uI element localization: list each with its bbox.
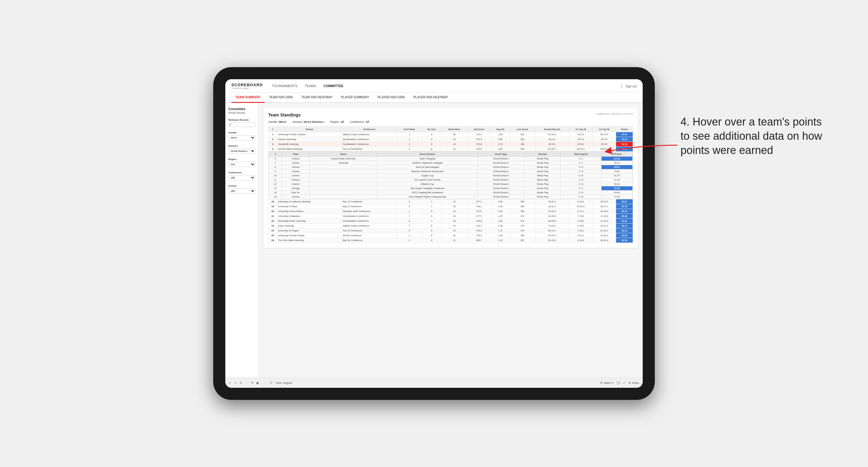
tooltip-row: 9UniversNational Invitational Tournament…	[269, 169, 633, 174]
filters-row: Gender: Men's Division: NCAA Division I …	[268, 120, 633, 123]
tooltip-col-rounds: Rounds	[525, 152, 561, 157]
col-low-score: Low Score	[510, 127, 535, 132]
table-row[interactable]: 3 Vanderbilt University Southeastern Con…	[269, 142, 633, 147]
report-header: Team Standings Update time: 13/03/2024 1…	[268, 113, 633, 117]
tooltip-row: 15Univers2023 Sahalee Players Championsh…	[269, 195, 633, 199]
tooltip-col-event-div: Event Division	[377, 152, 477, 157]
tab-team-h2h-heatmap[interactable]: TEAM H2H HEATMAP	[297, 93, 337, 103]
conference-select[interactable]: (All)	[228, 175, 255, 180]
chevron-down-icon: ▾	[612, 381, 614, 384]
sub-nav: TEAM SUMMARY TEAM H2H GRID TEAM H2H HEAT…	[225, 93, 643, 103]
col-no-tour: No Tour	[422, 127, 441, 132]
table-row[interactable]: 18 University of California, Berkeley Pa…	[269, 199, 633, 204]
report-title: Team Standings	[268, 113, 301, 117]
col-conf-rank: Conf Rank	[397, 127, 422, 132]
tooltip-col-event: Event	[309, 152, 377, 157]
bottom-toolbar: ↩ ↪ ⟳ | ⧉ ▣ · | ⏱ View: Original 👁 Watch…	[225, 377, 643, 388]
tab-team-summary[interactable]: TEAM SUMMARY	[231, 93, 265, 103]
table-row[interactable]: 25 University of North Florida ASUN Conf…	[269, 233, 633, 238]
arrow-svg	[596, 139, 681, 163]
sidebar-portal-subtitle: Portal Review	[228, 111, 255, 114]
table-row[interactable]: 22 Mississippi State University Southeas…	[269, 219, 633, 223]
filter-conference: Conference: All	[350, 120, 369, 123]
tab-player-h2h-heatmap[interactable]: PLAYER H2H HEATMAP	[409, 93, 452, 103]
redo-button[interactable]: ↪	[235, 381, 237, 384]
sidebar-school: School (All)	[228, 185, 255, 194]
school-select[interactable]: (All)	[228, 188, 255, 194]
tooltip-row: 13GeorgiaBen Hogan Collegiate Invitation…	[269, 186, 633, 191]
col-points: Points	[616, 127, 633, 132]
tooltip-row: 14East TerOFCC Fighting Illini Invitatio…	[269, 191, 633, 195]
region-label: Region	[228, 158, 255, 161]
share-label: Share	[632, 381, 639, 384]
tooltip-row: 12UniversWilliams CupNCAA Division IStro…	[269, 182, 633, 186]
sign-out-button[interactable]: Sign out	[625, 85, 637, 88]
tablet-frame: SCOREBOARD Powered by clippd TOURNAMENTS…	[213, 67, 655, 400]
app-subtitle: Powered by clippd	[231, 87, 263, 89]
division-label: Division	[228, 145, 255, 147]
col-conference: Conference	[342, 127, 397, 132]
tooltip-row: 10UniversCopper CupNCAA Division IMatch …	[269, 174, 633, 178]
tooltip-row: 6UniversArizona State UniversityCabo Col…	[269, 157, 633, 161]
expand-button[interactable]: ⤢	[623, 381, 625, 384]
undo-button[interactable]: ↩	[229, 381, 231, 384]
filter-region: Region: All	[330, 120, 344, 123]
min-rounds-label: Minimum Rounds	[228, 119, 255, 121]
gender-select[interactable]: Men's Women's	[228, 135, 255, 141]
filter-gender: Gender: Men's	[268, 120, 286, 123]
share-button[interactable]: ⬆ Share	[628, 381, 639, 384]
nav-tournaments[interactable]: TOURNAMENTS	[272, 83, 298, 89]
col-overall-record: Overall Record	[535, 127, 569, 132]
table-row[interactable]: 23 Duke University Atlantic Coast Confer…	[269, 223, 633, 228]
gender-label: Gender	[228, 131, 255, 134]
col-vs-top50: Vs Top 50	[592, 127, 616, 132]
copy-button[interactable]: ⧉	[251, 381, 253, 384]
min-rounds-input[interactable]	[228, 123, 255, 127]
table-row[interactable]: 21 University of Alabama Southeastern Co…	[269, 214, 633, 219]
tab-player-summary[interactable]: PLAYER SUMMARY	[337, 93, 373, 103]
timer-button[interactable]: ⏱	[270, 381, 273, 384]
division-select[interactable]: NCAA Division I NCAA Division II	[228, 149, 255, 154]
school-label: School	[228, 185, 255, 187]
tooltip-col-num: #	[269, 152, 282, 157]
tooltip-col-rank-impact: Rank Impact	[561, 152, 601, 157]
standings-table: # School Conference Conf Rank No Tour Bn…	[268, 126, 633, 243]
sidebar: Committee Portal Review Minimum Rounds G…	[225, 103, 258, 377]
paste-button[interactable]: ▣ ·	[256, 381, 260, 384]
tab-team-h2h-grid[interactable]: TEAM H2H GRID	[265, 93, 297, 103]
region-select[interactable]: N/A All	[228, 162, 255, 167]
sidebar-conference: Conference (All)	[228, 171, 255, 180]
table-row[interactable]: 19 University of Texas Big 12 Conference…	[269, 204, 633, 209]
app-title: SCOREBOARD	[231, 83, 263, 87]
col-adj-score: Adj Score	[467, 127, 491, 132]
comment-button[interactable]: 💬	[617, 381, 620, 384]
nav-teams[interactable]: TEAMS	[305, 83, 316, 89]
tooltip-col-event-type: Event Type	[477, 152, 524, 157]
tablet-screen: SCOREBOARD Powered by clippd TOURNAMENTS…	[225, 79, 643, 388]
annotation-text: 4. Hover over a team's points to see add…	[681, 115, 826, 157]
tab-player-h2h-grid[interactable]: PLAYER H2H GRID	[373, 93, 409, 103]
watch-label: Watch	[604, 381, 611, 384]
table-row[interactable]: 4 Arizona State University Pac-12 Confer…	[269, 147, 633, 152]
nav-links: TOURNAMENTS TEAMS COMMITTEE	[272, 83, 621, 89]
share-icon: ⬆	[628, 381, 631, 384]
table-row[interactable]: 26 The Ohio State University Big Ten Con…	[269, 238, 633, 243]
content-area: Team Standings Update time: 13/03/2024 1…	[258, 103, 643, 377]
sidebar-portal-title: Committee	[228, 107, 255, 111]
refresh-button[interactable]: ⟳	[240, 381, 242, 384]
tooltip-header-row: # Team Event Event Division Event Type R…	[269, 152, 633, 199]
conference-label: Conference	[228, 171, 255, 174]
table-row[interactable]: 2 Auburn University Southeastern Confere…	[269, 137, 633, 142]
table-row[interactable]: 20 University of New Mexico Mountain Wes…	[269, 209, 633, 214]
logo-area: SCOREBOARD Powered by clippd	[231, 83, 263, 89]
col-vs-top25: Vs Top 25	[569, 127, 592, 132]
tooltip-table: # Team Event Event Division Event Type R…	[269, 152, 633, 199]
tooltip-row: 8UniversAmer Ari IntercollegiateNCAA Div…	[269, 165, 633, 169]
nav-committee[interactable]: COMMITTEE	[323, 83, 344, 89]
sidebar-region: Region N/A All	[228, 158, 255, 167]
sidebar-division: Division NCAA Division I NCAA Division I…	[228, 145, 255, 154]
table-row[interactable]: 1 University of North Carolina Atlantic …	[269, 132, 633, 137]
table-row[interactable]: 24 University of Oregon Pac-12 Conferenc…	[269, 228, 633, 233]
view-button[interactable]: View: Original	[276, 381, 292, 384]
watch-button[interactable]: 👁 Watch ▾	[600, 381, 614, 384]
